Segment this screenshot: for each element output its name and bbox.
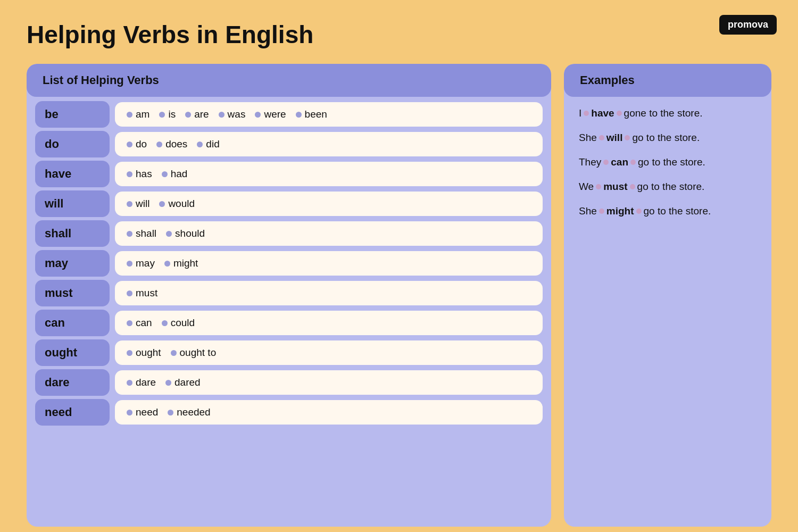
- form-item: need: [127, 406, 158, 418]
- dot-icon: [599, 209, 604, 214]
- dot-icon: [255, 112, 261, 118]
- verb-row: needneedneeded: [35, 399, 543, 426]
- dot-icon: [630, 184, 635, 189]
- form-text: ought: [136, 347, 161, 359]
- dot-icon: [197, 142, 203, 147]
- form-item: will: [127, 198, 149, 210]
- form-item: dared: [165, 377, 201, 388]
- dot-icon: [630, 160, 636, 165]
- logo: promova: [719, 15, 777, 35]
- form-text: ought to: [180, 347, 217, 359]
- example-sentence: Shewillgo to the store.: [579, 132, 757, 144]
- form-text: shall: [136, 228, 156, 239]
- dot-icon: [185, 112, 191, 118]
- form-item: did: [197, 138, 219, 150]
- dot-icon: [127, 410, 132, 415]
- form-item: needed: [168, 406, 210, 418]
- verb-label: ought: [35, 339, 110, 366]
- form-text: did: [206, 138, 219, 150]
- verb-row: oughtoughtought to: [35, 339, 543, 366]
- form-item: shall: [127, 228, 156, 239]
- dot-icon: [168, 410, 173, 415]
- form-text: may: [136, 257, 155, 269]
- form-text: must: [136, 287, 157, 299]
- left-panel: List of Helping Verbs beamisarewaswerebe…: [27, 64, 551, 527]
- form-text: need: [136, 406, 158, 418]
- page-title: Helping Verbs in English: [0, 0, 798, 64]
- form-text: been: [305, 109, 327, 120]
- form-item: may: [127, 257, 155, 269]
- form-item: been: [296, 109, 327, 120]
- dot-icon: [171, 350, 177, 356]
- right-panel-header: Examples: [564, 64, 771, 97]
- form-item: should: [166, 228, 205, 239]
- dot-icon: [162, 171, 168, 177]
- example-verb: can: [611, 156, 628, 168]
- verb-row: mustmust: [35, 280, 543, 306]
- verb-forms: hashad: [115, 162, 543, 186]
- form-text: had: [171, 168, 188, 180]
- dot-icon: [159, 112, 165, 118]
- example-sentence: Theycango to the store.: [579, 156, 757, 168]
- example-before: They: [579, 156, 601, 168]
- form-item: dare: [127, 377, 156, 388]
- dot-icon: [127, 112, 132, 118]
- example-after: go to the store.: [632, 132, 700, 144]
- verb-label: need: [35, 399, 110, 426]
- form-item: had: [162, 168, 188, 180]
- form-item: would: [159, 198, 195, 210]
- form-item: might: [164, 257, 198, 269]
- verb-forms: amisarewaswerebeen: [115, 102, 543, 127]
- form-text: might: [173, 257, 198, 269]
- form-text: am: [136, 109, 149, 120]
- verb-label: dare: [35, 369, 110, 396]
- verb-row: beamisarewaswerebeen: [35, 101, 543, 128]
- verb-row: cancancould: [35, 310, 543, 336]
- form-item: has: [127, 168, 152, 180]
- dot-icon: [127, 380, 132, 386]
- verb-forms: cancould: [115, 311, 543, 335]
- verb-forms: dodoesdid: [115, 132, 543, 156]
- form-text: has: [136, 168, 152, 180]
- verb-forms: daredared: [115, 370, 543, 395]
- verb-forms: maymight: [115, 251, 543, 276]
- left-panel-header: List of Helping Verbs: [27, 64, 551, 97]
- form-item: could: [162, 317, 195, 329]
- example-sentence: Ihavegone to the store.: [579, 107, 757, 119]
- dot-icon: [625, 135, 630, 140]
- example-before: We: [579, 181, 594, 193]
- dot-icon: [127, 142, 132, 147]
- form-item: does: [156, 138, 187, 150]
- dot-icon: [636, 209, 642, 214]
- verb-row: willwillwould: [35, 190, 543, 217]
- verb-label: can: [35, 310, 110, 336]
- example-before: I: [579, 107, 581, 119]
- dot-icon: [165, 380, 171, 386]
- dot-icon: [127, 201, 132, 207]
- form-item: are: [185, 109, 209, 120]
- verb-label: be: [35, 101, 110, 128]
- form-item: was: [219, 109, 246, 120]
- form-text: dared: [174, 377, 201, 388]
- dot-icon: [166, 231, 172, 237]
- form-item: were: [255, 109, 286, 120]
- form-text: do: [136, 138, 147, 150]
- form-text: would: [168, 198, 195, 210]
- form-item: do: [127, 138, 147, 150]
- example-after: go to the store.: [644, 205, 711, 217]
- form-text: does: [165, 138, 187, 150]
- verb-row: shallshallshould: [35, 220, 543, 247]
- form-text: are: [194, 109, 209, 120]
- verb-forms: shallshould: [115, 221, 543, 246]
- form-item: must: [127, 287, 157, 299]
- form-text: needed: [177, 406, 210, 418]
- form-text: were: [264, 109, 286, 120]
- verb-label: will: [35, 190, 110, 217]
- dot-icon: [296, 112, 302, 118]
- verb-label: do: [35, 131, 110, 157]
- example-verb: have: [591, 107, 614, 119]
- example-after: go to the store.: [638, 156, 705, 168]
- verb-label: shall: [35, 220, 110, 247]
- dot-icon: [164, 261, 170, 267]
- dot-icon: [599, 135, 604, 140]
